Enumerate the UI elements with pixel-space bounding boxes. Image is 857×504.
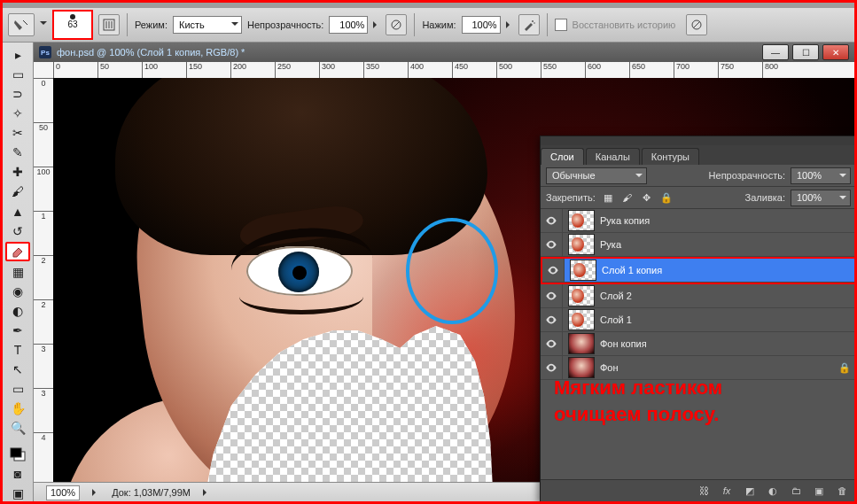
new-layer-icon[interactable]: ▣: [812, 484, 826, 498]
tool-dodge[interactable]: ◐: [6, 302, 29, 320]
layer-opacity-input[interactable]: 100%: [791, 167, 851, 184]
ruler-tick: 100: [34, 167, 53, 176]
tool-crop[interactable]: ✂: [6, 124, 29, 142]
layer-row[interactable]: Рука: [541, 233, 856, 257]
tool-type[interactable]: T: [6, 341, 29, 359]
lock-trans-icon[interactable]: ▦: [601, 190, 615, 205]
dropdown-icon[interactable]: [40, 21, 47, 28]
link-layers-icon[interactable]: ⛓: [697, 484, 711, 498]
tool-lasso[interactable]: ⊃: [6, 85, 29, 103]
flow-input[interactable]: 100%: [462, 16, 501, 34]
tool-pen[interactable]: ✒: [6, 322, 29, 339]
tool-zoom[interactable]: 🔍: [6, 419, 29, 437]
layers-footer: ⛓ fx ◩ ◐ 🗀 ▣ 🗑: [541, 479, 856, 501]
tool-shape[interactable]: ▭: [6, 380, 29, 398]
layer-thumbnail[interactable]: [568, 309, 595, 330]
opacity-input[interactable]: 100%: [329, 16, 368, 34]
layer-opacity-label: Непрозрачность:: [709, 170, 785, 181]
layer-thumbnail[interactable]: [568, 333, 595, 354]
panel-grip[interactable]: [541, 136, 856, 145]
window-minimize-button[interactable]: —: [762, 44, 789, 60]
brush-panel-toggle[interactable]: [98, 14, 120, 35]
ruler-tick: 450: [452, 62, 468, 78]
layers-panel: Слои Каналы Контуры Обычные Непрозрачнос…: [540, 136, 857, 502]
blend-mode-dropdown[interactable]: Обычные: [546, 167, 647, 184]
ruler-tick: 300: [319, 62, 335, 78]
arrow-icon[interactable]: [203, 489, 210, 496]
screenmode-toggle[interactable]: ▣: [6, 485, 29, 502]
lock-pixel-icon[interactable]: 🖌: [620, 190, 635, 205]
trash-icon[interactable]: 🗑: [835, 484, 849, 498]
window-maximize-button[interactable]: ☐: [792, 44, 819, 60]
layer-thumbnail[interactable]: [570, 260, 596, 281]
visibility-eye-icon[interactable]: [541, 308, 563, 331]
annotation-line1: Мягким ластиком: [554, 375, 838, 401]
tablet-size-toggle[interactable]: [686, 14, 707, 35]
fill-input[interactable]: 100%: [791, 190, 851, 206]
ruler-tick: 700: [674, 62, 689, 78]
tool-heal[interactable]: ✚: [6, 163, 29, 181]
tool-path[interactable]: ↖: [6, 361, 29, 378]
flow-value: 100%: [471, 19, 496, 30]
window-close-button[interactable]: ✕: [822, 44, 849, 60]
layer-row[interactable]: Слой 2: [541, 284, 856, 308]
tool-stamp[interactable]: ▲: [6, 203, 29, 221]
layer-name: Слой 1 копия: [602, 265, 849, 275]
ruler-horizontal[interactable]: 0501001502002503003504004505005506006507…: [53, 62, 854, 79]
tool-move[interactable]: ▸: [6, 46, 29, 64]
fg-bg-swatch[interactable]: [6, 446, 29, 463]
visibility-eye-icon[interactable]: [541, 233, 563, 256]
tab-layers[interactable]: Слои: [541, 148, 584, 165]
visibility-eye-icon[interactable]: [541, 284, 563, 307]
slider-icon[interactable]: [506, 21, 513, 28]
quickmask-toggle[interactable]: ◙: [6, 465, 29, 483]
ruler-vertical[interactable]: 050100122334: [34, 78, 54, 483]
tool-gradient[interactable]: ▦: [6, 263, 29, 281]
flow-label: Нажим:: [422, 19, 456, 30]
airbrush-toggle[interactable]: [518, 14, 540, 35]
tool-preset-picker[interactable]: [8, 13, 35, 36]
ruler-tick: 250: [275, 62, 291, 78]
layer-thumbnail[interactable]: [568, 210, 595, 231]
layer-row[interactable]: Рука копия: [541, 209, 856, 233]
tool-eraser[interactable]: [5, 242, 30, 261]
lock-move-icon[interactable]: ✥: [640, 190, 654, 205]
layer-row[interactable]: Слой 1: [541, 308, 856, 332]
tablet-opacity-toggle[interactable]: [386, 14, 407, 35]
tool-brush[interactable]: 🖌: [6, 182, 29, 200]
tool-hand[interactable]: ✋: [6, 399, 29, 417]
adjustment-icon[interactable]: ◐: [766, 484, 780, 498]
layer-thumbnail[interactable]: [568, 234, 595, 255]
tool-history-brush[interactable]: ↺: [6, 222, 29, 240]
tool-wand[interactable]: ✧: [6, 105, 29, 122]
fill-value: 100%: [797, 192, 822, 203]
visibility-eye-icon[interactable]: [542, 259, 565, 282]
layer-row[interactable]: Слой 1 копия: [542, 259, 854, 283]
group-icon[interactable]: 🗀: [789, 484, 803, 498]
layer-thumbnail[interactable]: [568, 285, 595, 306]
fx-icon[interactable]: fx: [720, 484, 734, 498]
zoom-value: 100%: [51, 487, 75, 498]
svg-point-2: [532, 20, 534, 22]
zoom-field[interactable]: 100%: [46, 485, 80, 500]
ruler-tick: 350: [363, 62, 379, 78]
tab-paths[interactable]: Контуры: [642, 148, 699, 165]
slider-icon[interactable]: [373, 21, 380, 28]
restore-history-checkbox[interactable]: [555, 19, 567, 31]
layer-name: Слой 1: [600, 314, 851, 325]
tool-eyedropper[interactable]: ✎: [6, 143, 29, 161]
layer-name: Фон копия: [600, 338, 851, 349]
tool-marquee[interactable]: ▭: [6, 66, 29, 83]
mode-dropdown[interactable]: Кисть: [173, 16, 242, 34]
ruler-tick: 3: [34, 388, 53, 398]
visibility-eye-icon[interactable]: [541, 209, 563, 232]
tab-channels[interactable]: Каналы: [586, 148, 640, 165]
visibility-eye-icon[interactable]: [541, 332, 563, 355]
document-titlebar[interactable]: Ps фон.psd @ 100% (Слой 1 копия, RGB/8) …: [34, 43, 854, 62]
tool-blur[interactable]: ◉: [6, 283, 29, 300]
brush-size-picker[interactable]: 63: [52, 10, 93, 40]
layer-row[interactable]: Фон копия: [541, 332, 856, 356]
mask-icon[interactable]: ◩: [743, 484, 757, 498]
arrow-icon[interactable]: [92, 489, 99, 496]
lock-all-icon[interactable]: 🔒: [659, 190, 674, 205]
